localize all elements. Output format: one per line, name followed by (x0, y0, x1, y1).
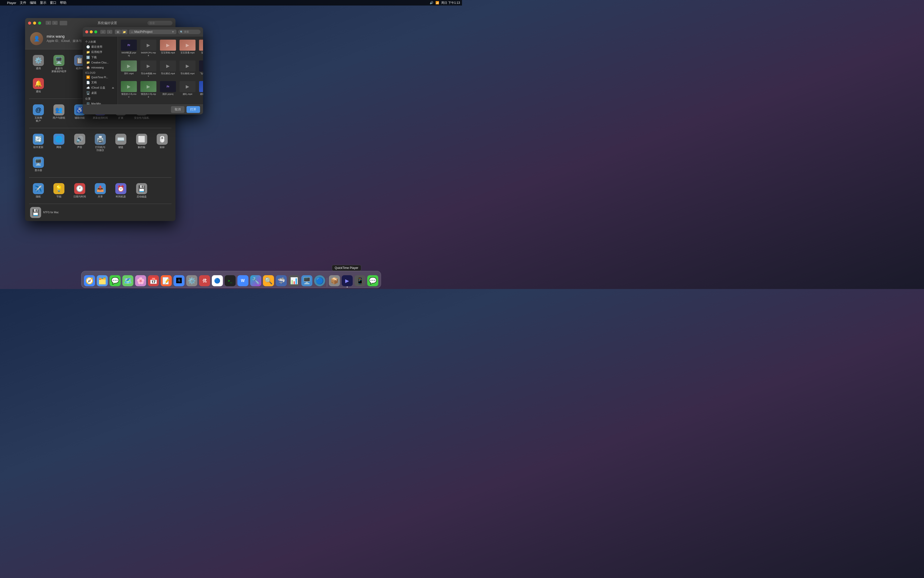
dock-safari[interactable]: 🧭 Safari (84, 275, 95, 287)
open-button[interactable]: 打开 (186, 106, 200, 113)
maximize-button[interactable] (38, 21, 41, 24)
file-item-hunli2[interactable]: ▶ c 婚礼视频.mp4 (198, 80, 203, 99)
pref-users[interactable]: 👥 用户与群组 (50, 103, 68, 124)
file-item-chaye[interactable]: ▶ 茶叶.mp4 (120, 60, 138, 79)
file-item-hunli1[interactable]: ▶ 婚礼.mp4 (178, 80, 197, 99)
dock-activity[interactable]: 📊 Activity Monitor (288, 275, 300, 287)
list-view-btn[interactable]: ⊞ (115, 29, 121, 34)
back-button[interactable]: ‹ (45, 21, 51, 25)
pref-printer[interactable]: 🖨️ 打印机与扫描仪 (91, 132, 110, 153)
dock-terminal[interactable]: >_ Terminal (224, 275, 236, 287)
pref-energy[interactable]: 💡 节能 (50, 182, 68, 200)
dock-finder2[interactable]: 🔍 FinderPlus (262, 275, 275, 287)
pref-notifications[interactable]: 🔔 通知 (29, 76, 48, 94)
dialog-minimize[interactable] (90, 30, 93, 33)
menu-window[interactable]: 窗口 (50, 0, 57, 5)
dock-tooltip: QuickTime Player (332, 265, 361, 271)
minimize-button[interactable] (33, 21, 36, 24)
path-btn[interactable]: 📁 (121, 29, 127, 34)
sidebar-item-apps[interactable]: 📁 应用程序 (84, 49, 117, 55)
pref-trackpad[interactable]: ⬜ 触控板 (132, 132, 150, 153)
dock-clion[interactable]: 🔧 CLion (250, 275, 262, 287)
dock-wireshark[interactable]: 🦈 WireShark (275, 275, 287, 287)
user-avatar: 👤 (30, 32, 43, 45)
pref-datetime[interactable]: 🕐 日期与时间 (70, 182, 89, 200)
menubar-left: Player 文件 编辑 显示 窗口 帮助 (2, 0, 66, 5)
forward-button[interactable]: › (52, 21, 58, 25)
dock-finder[interactable]: 🗂️ Finder (96, 275, 108, 287)
close-button[interactable] (28, 21, 31, 24)
pref-keyboard[interactable]: ⌨️ 键盘 (112, 132, 130, 153)
dock-welink[interactable]: W WeLink (237, 275, 249, 287)
wifi-icon: 📶 (435, 1, 439, 5)
pref-startup-disk[interactable]: 💾 启动磁盘 (132, 182, 150, 200)
dialog-location: 🗂 MacPrProject ▼ (129, 29, 176, 34)
sidebar-section-locations: 位置 (83, 96, 118, 101)
file-item-export-tutorial[interactable]: ▶ 导出教程.mp4 (178, 60, 197, 79)
file-item-guoqing[interactable]: Pr 国庆.prproj (159, 80, 177, 99)
file-item-baobao2[interactable]: ▶ 宝宝普通.mp4 (178, 39, 197, 58)
menu-edit[interactable]: 编辑 (30, 0, 36, 5)
sidebar-item-quicktime[interactable]: ▶️ QuickTime Pl... (84, 75, 117, 80)
pref-internet[interactable]: @ 互联网账户 (29, 103, 48, 124)
cancel-button[interactable]: 取消 (171, 106, 184, 113)
sysprefs-search[interactable] (147, 21, 173, 25)
sidebar-item-documents[interactable]: 📄 文稿 (84, 80, 117, 85)
dialog-forward[interactable]: › (107, 30, 112, 34)
pref-network[interactable]: 🌐 网络 (50, 132, 68, 153)
file-item-9400fcpu[interactable]: ▶ 9400FCPU.mp4 (139, 39, 157, 58)
dock-maps[interactable]: 🗺️ Maps (122, 275, 134, 287)
ntfs-section[interactable]: 💾 NTFS for Mac (25, 204, 175, 221)
file-item-export-test[interactable]: ▶ 导出测试.mp4 (159, 60, 177, 79)
dock-appstore[interactable]: 🅰 App Store (173, 275, 185, 287)
pref-sound[interactable]: 🔊 声音 (70, 132, 89, 153)
sidebar-item-recent[interactable]: 🕐 最近使用 (84, 44, 117, 49)
dialog-body: 个人收藏 🕐 最近使用 📁 应用程序 ⬇️ 下载 📁 Creative Clou… (83, 37, 203, 104)
ntfs-label: NTFS for Mac (43, 211, 59, 214)
dock-quicktime[interactable]: ▶ QuickTime Player (341, 275, 353, 287)
pref-software-update[interactable]: 🔄 软件更新 (29, 132, 48, 153)
sidebar-item-icloud-drive[interactable]: ☁️ iCloud 云盘 ⏏ (84, 85, 117, 90)
pref-general[interactable]: ⚙️ 通用 (29, 54, 48, 75)
pref-display[interactable]: 🖥️ 显示器 (29, 155, 48, 173)
pref-sharing[interactable]: 📤 共享 (91, 182, 110, 200)
dock-remote[interactable]: 🖥️ Remote Desktop (301, 275, 313, 287)
dock-archiver[interactable]: 📦 Archiver (328, 275, 340, 287)
dock-calendar[interactable]: 📅 Calendar (147, 275, 159, 287)
dock-messages[interactable]: 💬 Messages (109, 275, 121, 287)
sidebar-item-downloads[interactable]: ⬇️ 下载 (84, 55, 117, 60)
file-item-bird2[interactable]: ▶ 惬意的小鸟.mp4 (139, 80, 157, 99)
dock-chrome[interactable]: 🔵 Chrome (211, 275, 223, 287)
menu-player[interactable]: Player (7, 1, 16, 5)
sidebar-item-creative-cloud[interactable]: 📁 Creative Clou... (84, 60, 117, 65)
dialog-close[interactable] (85, 30, 88, 33)
dialog-search[interactable]: 🔍 搜索 (178, 29, 201, 34)
sidebar-item-home[interactable]: 🏠 minxwang (84, 65, 117, 70)
sidebar-item-desktop[interactable]: 🖥️ 桌面 (84, 90, 117, 96)
dock-reminders[interactable]: 📝 Reminders (160, 275, 172, 287)
file-item-baobao1[interactable]: ▶ 宝宝剪辑.mp4 (159, 39, 177, 58)
file-item-baobao-ae[interactable]: ▶ 宝宝ae.mp4 (198, 39, 203, 58)
pref-desktop[interactable]: 🖥️ 桌面与屏幕保护程序 (50, 54, 68, 75)
file-item-export-4k[interactable]: ▶ 导出4k视频.mov (139, 60, 157, 79)
dialog-back[interactable]: ‹ (100, 30, 106, 34)
view-toggle-button[interactable] (60, 21, 67, 25)
pref-timemachine[interactable]: ⏰ 时间机器 (112, 182, 130, 200)
menu-help[interactable]: 帮助 (60, 0, 66, 5)
dock-simulator[interactable]: 📱 Simulator (354, 275, 366, 287)
file-item-9400f[interactable]: Pr 9400f机器.prproj (120, 39, 138, 58)
dialog-maximize[interactable] (94, 30, 97, 33)
dialog-titlebar: ‹ › ⊞ 📁 🗂 MacPrProject ▼ 🔍 搜索 (83, 27, 203, 37)
sidebar-item-macmin[interactable]: 💻 MacMin (84, 101, 117, 104)
menu-file[interactable]: 文件 (20, 0, 26, 5)
dock-youku[interactable]: 优 YouKu (199, 275, 210, 287)
dock-photos[interactable]: 🌸 Photos (134, 275, 147, 287)
dock-dns[interactable]: 🔵 DNS (314, 275, 325, 287)
pref-mouse[interactable]: 🖱️ 鼠标 (153, 132, 172, 153)
file-item-bird1[interactable]: ▶ 惬意的小鸟.mov (120, 80, 138, 99)
menu-view[interactable]: 显示 (40, 0, 46, 5)
dock-sysprefs[interactable]: ⚙️ System Preferences (186, 275, 198, 287)
file-item-feishanghai[interactable]: Pr 飞向上海.rproj (198, 60, 203, 79)
dock-wechat[interactable]: 💬 WeChat (367, 275, 379, 287)
pref-sidecar[interactable]: ✈️ 随航 (29, 182, 48, 200)
